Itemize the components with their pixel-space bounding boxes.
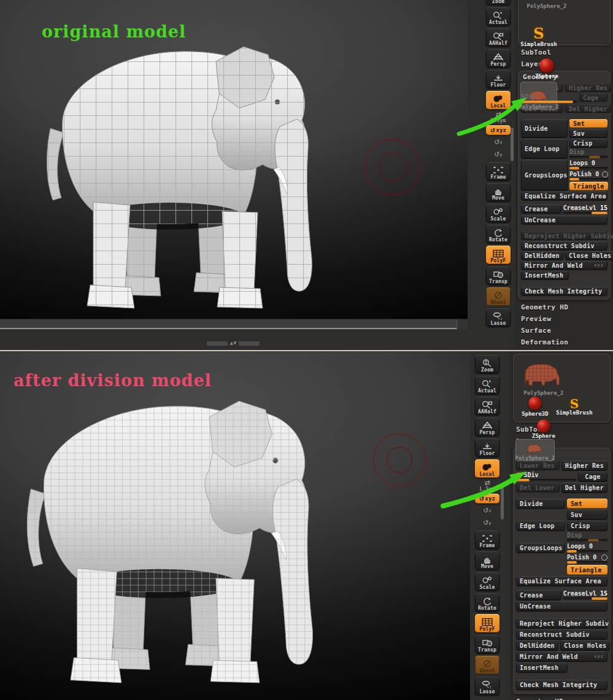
toolbar-button-polyf[interactable]: PolyF — [486, 246, 511, 264]
divide-button[interactable]: Divide — [516, 499, 565, 508]
toolbar-button-rotate[interactable]: Rotate — [486, 225, 511, 243]
toolbar-button-actual[interactable]: Actual — [475, 376, 499, 394]
viewport-3d[interactable]: original model — [0, 0, 468, 329]
tool-thumb-zsphere[interactable]: ZSphere — [515, 417, 572, 439]
sdiv-slider[interactable]: SDiv — [521, 93, 577, 103]
edge-loop-button[interactable]: Edge Loop — [521, 139, 568, 158]
higher-res-button[interactable]: Higher Res — [561, 461, 607, 470]
insertmesh-button[interactable]: InsertMesh — [516, 663, 568, 672]
toolbar-button-zoom[interactable]: Zoom — [475, 355, 499, 373]
polish-mode-toggle[interactable] — [601, 554, 607, 561]
sdiv-slider[interactable]: 1 SDiv — [516, 472, 576, 481]
equalize-surface-area-button[interactable]: Equalize Surface Area — [521, 192, 607, 200]
insertmesh-button[interactable]: InsertMesh — [521, 271, 569, 279]
polish-mode-toggle[interactable] — [602, 171, 608, 177]
toolbar-button-local[interactable]: Local — [475, 459, 499, 478]
smt-button[interactable]: Smt — [569, 119, 607, 128]
divider-handle[interactable] — [239, 341, 260, 346]
section-geometry-hd[interactable]: Geometry HD — [513, 694, 611, 700]
equalize-surface-area-button[interactable]: Equalize Surface Area — [516, 576, 607, 586]
toolbar-button-local[interactable]: Local — [486, 91, 511, 109]
smt-button[interactable]: Smt — [567, 499, 607, 508]
toolbar-button-lasso[interactable]: Lasso — [475, 677, 499, 695]
toolbar-button-floor[interactable]: Floor — [475, 438, 499, 457]
viewport-3d[interactable]: after division model — [0, 351, 470, 700]
crisp-button[interactable]: Crisp — [569, 139, 607, 147]
toolbar-button-zoom[interactable]: Zoom — [486, 0, 511, 5]
toolbar-button-ghost[interactable]: Ghost — [486, 287, 511, 306]
tool-thumb-simplebrush[interactable]: S SimpleBrush — [520, 9, 557, 47]
toolbar-button-scale[interactable]: Scale — [486, 204, 511, 222]
uncrease-button[interactable]: UnCrease — [521, 216, 607, 224]
del-higher-button[interactable]: Del Higher — [561, 483, 607, 492]
panel-split-divider[interactable]: ▲▼ — [184, 340, 282, 346]
toolbar-button-floor[interactable]: Floor — [486, 70, 511, 88]
toolbar-button-move[interactable]: Move — [475, 551, 499, 570]
check-mesh-integrity-button[interactable]: Check Mesh Integrity — [521, 287, 607, 295]
crease-button[interactable]: Crease — [516, 590, 561, 600]
toolbar-button-ghost[interactable]: Ghost — [475, 656, 499, 674]
toolbar-button-frame[interactable]: Frame — [475, 531, 499, 549]
toolbar-button-aahalf[interactable]: AAHalf — [475, 397, 499, 415]
loops-slider[interactable]: Loops 0 — [567, 543, 607, 553]
reproject-higher-subdiv-button[interactable]: Reproject Higher Subdiv — [516, 618, 607, 628]
mirror-and-weld-button[interactable]: Mirror And Weld xyz — [521, 261, 607, 270]
divide-button[interactable]: Divide — [521, 119, 568, 138]
triangle-button[interactable]: Triangle — [567, 565, 607, 575]
tool-thumb-polysphere-selected[interactable]: PolySphere_2 — [515, 439, 555, 461]
toolbar-button-xyz[interactable]: ↺xyz — [486, 125, 511, 135]
section-geometry-hd[interactable]: Geometry HD — [518, 300, 611, 311]
toolbar-button-actual[interactable]: Actual — [486, 7, 511, 26]
suv-button[interactable]: Suv — [567, 510, 607, 519]
scrollbar-thumb[interactable] — [0, 328, 457, 329]
toolbar-button-scale[interactable]: Scale — [475, 572, 499, 591]
triangle-button[interactable]: Triangle — [569, 182, 608, 190]
section-deformation[interactable]: Deformation — [518, 335, 611, 346]
toolbar-button-frame[interactable]: Frame — [486, 162, 511, 181]
creaselvl-slider[interactable]: CreaseLvl 15 — [563, 204, 607, 214]
check-mesh-integrity-button[interactable]: Check Mesh Integrity — [516, 680, 607, 690]
cage-button[interactable]: Cage — [578, 472, 607, 481]
viewport-scrollbar[interactable] — [0, 319, 468, 330]
toolbar-button-persp[interactable]: Persp — [486, 49, 511, 68]
toolbar-button-transp[interactable]: Transp — [475, 635, 499, 653]
mirror-and-weld-button[interactable]: Mirror And Weld xyz — [516, 651, 607, 661]
reconstruct-subdiv-button[interactable]: Reconstruct Subdiv — [516, 629, 607, 639]
crisp-button[interactable]: Crisp — [567, 521, 607, 531]
tool-thumb-polysphere[interactable]: PolySphere_2 — [515, 356, 572, 396]
close-holes-button[interactable]: Close Holes — [565, 251, 613, 260]
groupsloops-button[interactable]: GroupsLoops — [521, 160, 568, 190]
section-masking[interactable]: Masking — [518, 346, 611, 350]
sdiv-value-badge: 1 — [516, 472, 522, 478]
delhidden-button[interactable]: DelHidden — [516, 640, 558, 650]
loops-slider[interactable]: Loops 0 — [569, 160, 608, 169]
delhidden-button[interactable]: DelHidden — [521, 251, 563, 260]
tool-thumb-polysphere[interactable]: PolySphere_2 — [520, 0, 573, 9]
toolbar-button-persp[interactable]: Persp — [475, 418, 499, 436]
creaselvl-slider[interactable]: CreaseLvl 15 — [563, 590, 607, 600]
crease-button[interactable]: Crease — [521, 204, 561, 213]
tool-tray: PolySphere_2 Sphere3D S SimpleBrush ZSph… — [513, 354, 611, 422]
toolbar-button-rotate[interactable]: Rotate — [475, 593, 499, 612]
edge-loop-button[interactable]: Edge Loop — [516, 521, 565, 531]
section-surface[interactable]: Surface — [518, 323, 611, 335]
uncrease-button[interactable]: UnCrease — [516, 601, 607, 611]
section-preview[interactable]: Preview — [518, 311, 611, 323]
suv-button[interactable]: Suv — [569, 129, 607, 138]
toolbar-button-transp[interactable]: Transp — [486, 266, 511, 285]
tool-thumb-sphere3d[interactable]: Sphere3D — [515, 396, 555, 417]
toolbar-button-move[interactable]: Move — [486, 183, 511, 201]
tool-thumb-zsphere[interactable]: ZSphere — [520, 47, 573, 79]
groupsloops-button[interactable]: GroupsLoops — [516, 543, 565, 553]
close-holes-button[interactable]: Close Holes — [560, 640, 611, 650]
tool-thumb-simplebrush[interactable]: S SimpleBrush — [555, 396, 594, 416]
toolbar-button-aahalf[interactable]: AAHalf — [486, 28, 511, 47]
divider-handle[interactable] — [207, 341, 228, 346]
toolbar-button-lasso[interactable]: Lasso — [486, 308, 511, 327]
polish-slider[interactable]: Polish 0 — [569, 171, 608, 181]
reconstruct-subdiv-button[interactable]: Reconstruct Subdiv — [521, 241, 607, 250]
polish-slider[interactable]: Polish 0 — [567, 554, 607, 564]
toolbar-button-polyf[interactable]: PolyF — [475, 614, 499, 632]
divider-arrows-icon[interactable]: ▲▼ — [230, 341, 237, 346]
toolbar-button-xyz[interactable]: ↺xyz — [475, 494, 499, 504]
